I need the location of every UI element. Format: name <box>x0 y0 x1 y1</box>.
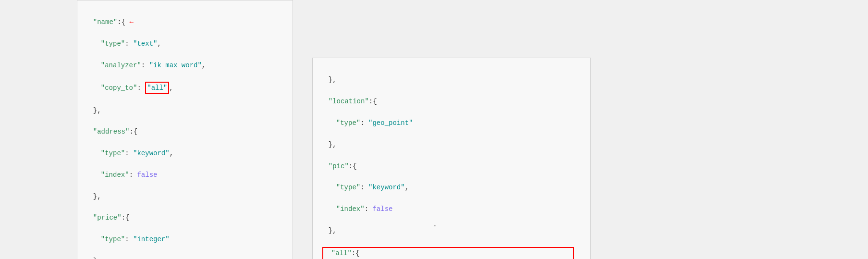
code-line: }, <box>85 256 285 259</box>
code-line: "type": "keyword", <box>320 182 583 193</box>
arrow-left-name: ← <box>129 18 133 26</box>
right-code-panel: }, "location":{ "type": "geo_point" }, "… <box>312 58 591 259</box>
code-line: "address":{ <box>85 126 285 137</box>
code-line: "copy_to": "all", <box>85 82 285 94</box>
json-key: "name" <box>93 18 117 26</box>
code-line: "type": "geo_point" <box>320 118 583 128</box>
code-line: }, <box>85 105 285 116</box>
copy-to-all-highlight: "all" <box>145 82 169 94</box>
code-line: "price":{ <box>85 212 285 223</box>
code-line: }, <box>85 191 285 202</box>
code-line: "type": "integer" <box>85 234 285 245</box>
code-line: "index": false <box>85 170 285 180</box>
code-line: "location":{ <box>320 96 583 107</box>
code-line: }, <box>320 74 583 85</box>
code-line: "type": "text", <box>85 38 285 49</box>
code-line: }, <box>320 225 583 236</box>
code-line: "type": "keyword", <box>85 148 285 159</box>
dot-separator: · <box>432 221 438 231</box>
left-code-panel: "name":{ ← "type": "text", "analyzer": "… <box>77 0 293 259</box>
code-line: }, <box>320 139 583 150</box>
code-line: "index": false <box>320 204 583 214</box>
code-line: "all":{ "type": "text", "analyzer": "ik_… <box>322 247 574 259</box>
code-line: "name":{ ← <box>85 17 285 27</box>
code-line: "pic":{ <box>320 161 583 172</box>
code-line: "analyzer": "ik_max_word", <box>85 60 285 71</box>
